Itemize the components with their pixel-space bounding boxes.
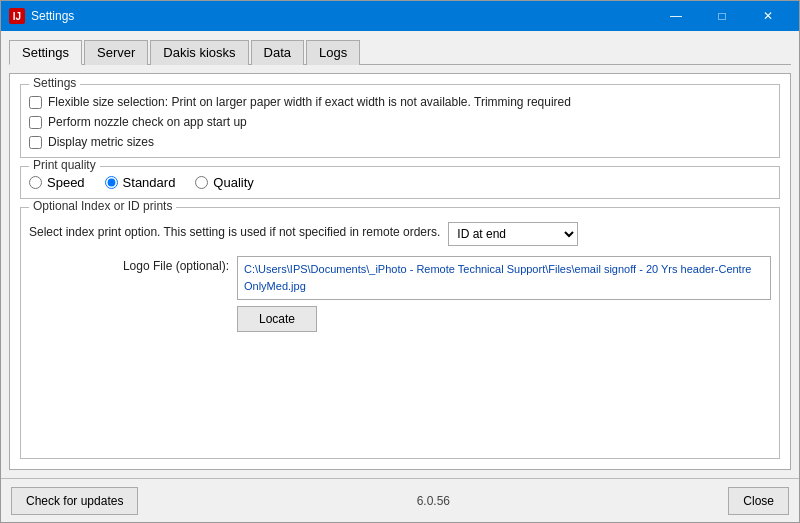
standard-label: Standard [123, 175, 176, 190]
checkbox-flexible: Flexible size selection: Print on larger… [29, 95, 771, 109]
tab-dakis-kiosks[interactable]: Dakis kiosks [150, 40, 248, 65]
flexible-checkbox[interactable] [29, 96, 42, 109]
standard-radio[interactable] [105, 176, 118, 189]
optional-index-label: Optional Index or ID prints [29, 199, 176, 213]
radio-speed: Speed [29, 175, 85, 190]
tab-logs[interactable]: Logs [306, 40, 360, 65]
settings-window: IJ Settings — □ ✕ Settings Server Dakis … [0, 0, 800, 523]
window-controls: — □ ✕ [653, 1, 791, 31]
maximize-button[interactable]: □ [699, 1, 745, 31]
content-area: Settings Server Dakis kiosks Data Logs S… [1, 31, 799, 478]
bottom-bar: Check for updates 6.0.56 Close [1, 478, 799, 522]
window-title: Settings [31, 9, 653, 23]
nozzle-checkbox[interactable] [29, 116, 42, 129]
metric-checkbox[interactable] [29, 136, 42, 149]
check-updates-button[interactable]: Check for updates [11, 487, 138, 515]
close-button[interactable]: Close [728, 487, 789, 515]
quality-radio[interactable] [195, 176, 208, 189]
tab-data[interactable]: Data [251, 40, 304, 65]
print-quality-group-box: Print quality Speed Standard Quality [20, 166, 780, 199]
select-index-label: Select index print option. This setting … [29, 222, 440, 239]
print-quality-radios: Speed Standard Quality [29, 175, 771, 190]
quality-label: Quality [213, 175, 253, 190]
logo-file-value[interactable]: C:\Users\IPS\Documents\_iPhoto - Remote … [237, 256, 771, 300]
tab-settings[interactable]: Settings [9, 40, 82, 65]
index-print-select[interactable]: None Index at start Index at end ID at s… [448, 222, 578, 246]
radio-standard: Standard [105, 175, 176, 190]
minimize-button[interactable]: — [653, 1, 699, 31]
settings-group-label: Settings [29, 76, 80, 90]
checkbox-metric: Display metric sizes [29, 135, 771, 149]
logo-file-row: Logo File (optional): C:\Users\IPS\Docum… [29, 256, 771, 332]
radio-quality: Quality [195, 175, 253, 190]
settings-group-box: Settings Flexible size selection: Print … [20, 84, 780, 158]
nozzle-label: Perform nozzle check on app start up [48, 115, 247, 129]
speed-label: Speed [47, 175, 85, 190]
optional-index-form: Select index print option. This setting … [29, 222, 771, 332]
logo-file-field: C:\Users\IPS\Documents\_iPhoto - Remote … [237, 256, 771, 332]
select-index-field: None Index at start Index at end ID at s… [448, 222, 771, 246]
checkbox-nozzle: Perform nozzle check on app start up [29, 115, 771, 129]
settings-checkboxes: Flexible size selection: Print on larger… [29, 95, 771, 149]
version-label: 6.0.56 [417, 494, 450, 508]
title-bar: IJ Settings — □ ✕ [1, 1, 799, 31]
app-icon: IJ [9, 8, 25, 24]
select-index-row: Select index print option. This setting … [29, 222, 771, 246]
flexible-label: Flexible size selection: Print on larger… [48, 95, 571, 109]
print-quality-label: Print quality [29, 158, 100, 172]
settings-panel: Settings Flexible size selection: Print … [9, 73, 791, 470]
locate-button[interactable]: Locate [237, 306, 317, 332]
close-window-button[interactable]: ✕ [745, 1, 791, 31]
logo-file-label: Logo File (optional): [29, 256, 229, 273]
metric-label: Display metric sizes [48, 135, 154, 149]
tab-server[interactable]: Server [84, 40, 148, 65]
optional-index-group-box: Optional Index or ID prints Select index… [20, 207, 780, 459]
tab-bar: Settings Server Dakis kiosks Data Logs [9, 39, 791, 65]
speed-radio[interactable] [29, 176, 42, 189]
